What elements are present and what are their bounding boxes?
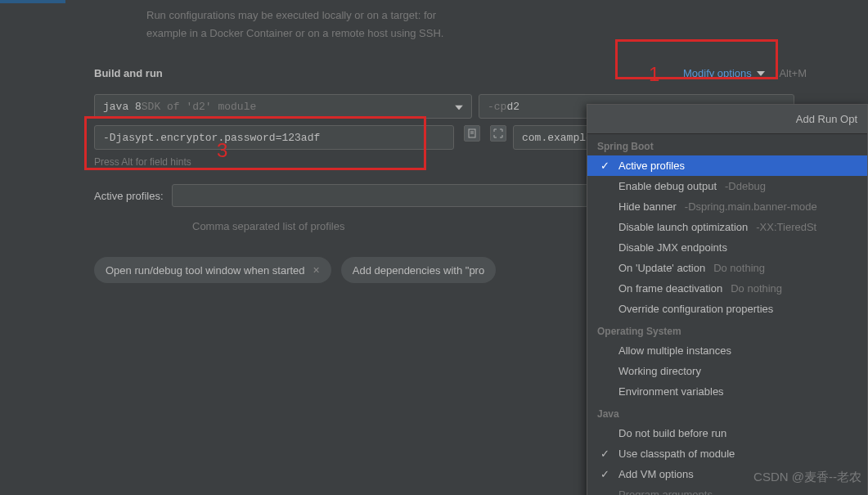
menu-item-suffix: Do nothing bbox=[713, 262, 765, 274]
menu-item[interactable]: Allow multiple instances bbox=[587, 340, 867, 361]
popup-group-title: Java bbox=[587, 402, 867, 423]
close-icon[interactable]: × bbox=[313, 263, 320, 277]
menu-item-label: On 'Update' action bbox=[618, 262, 705, 274]
menu-item-label: Working directory bbox=[618, 365, 701, 377]
cp-prefix: -cp bbox=[488, 101, 506, 113]
popup-body: Spring Boot✓Active profilesEnable debug … bbox=[587, 134, 867, 495]
menu-item[interactable]: On 'Update' actionDo nothing bbox=[587, 258, 867, 278]
menu-item[interactable]: Working directory bbox=[587, 361, 867, 381]
sdk-suffix: SDK of 'd2' module bbox=[142, 101, 256, 113]
modify-options-link[interactable]: Modify options bbox=[683, 67, 765, 79]
sdk-prefix: java 8 bbox=[103, 101, 142, 113]
main-class-value: com.example bbox=[522, 132, 592, 144]
modify-options-group: Modify options Alt+M bbox=[683, 67, 807, 79]
menu-item[interactable]: On frame deactivationDo nothing bbox=[587, 278, 867, 299]
menu-item[interactable]: Enable debug output-Ddebug bbox=[587, 176, 867, 196]
chip-label: Open run/debug tool window when started bbox=[106, 264, 305, 277]
menu-item[interactable]: Program arguments bbox=[587, 484, 867, 495]
sdk-select[interactable]: java 8 SDK of 'd2' module bbox=[94, 94, 472, 119]
chip-dependencies[interactable]: Add dependencies with "pro bbox=[341, 257, 496, 283]
modify-options-label: Modify options bbox=[683, 67, 752, 79]
menu-item[interactable]: Override configuration properties bbox=[587, 299, 867, 319]
menu-item-label: Add VM options bbox=[618, 468, 694, 480]
menu-item-suffix: -Dspring.main.banner-mode bbox=[685, 200, 817, 213]
menu-item-label: Hide banner bbox=[618, 200, 677, 213]
cp-name: d2 bbox=[506, 101, 519, 113]
menu-item-suffix: -XX:TieredSt bbox=[756, 221, 816, 233]
active-profiles-label: Active profiles: bbox=[94, 190, 164, 202]
menu-item-label: Use classpath of module bbox=[618, 448, 735, 460]
popup-group-title: Spring Boot bbox=[587, 134, 867, 155]
menu-item[interactable]: Hide banner-Dspring.main.banner-mode bbox=[587, 196, 867, 217]
chip-tool-window[interactable]: Open run/debug tool window when started … bbox=[94, 257, 331, 283]
menu-item[interactable]: Do not build before run bbox=[587, 423, 867, 443]
chip-label: Add dependencies with "pro bbox=[353, 264, 484, 277]
check-icon: ✓ bbox=[600, 448, 609, 460]
popup-group-title: Operating System bbox=[587, 319, 867, 340]
check-icon: ✓ bbox=[600, 468, 609, 480]
build-run-header: Build and run Modify options Alt+M bbox=[94, 67, 868, 79]
menu-item[interactable]: ✓Active profiles bbox=[587, 155, 867, 176]
vm-options-input[interactable]: -Djasypt.encryptor.password=123adf bbox=[94, 125, 454, 150]
modify-options-popup: Add Run Opt Spring Boot✓Active profilesE… bbox=[587, 104, 868, 495]
vm-options-value: -Djasypt.encryptor.password=123adf bbox=[103, 132, 320, 144]
menu-item[interactable]: Disable launch optimization-XX:TieredSt bbox=[587, 217, 867, 237]
menu-item-label: On frame deactivation bbox=[618, 282, 722, 295]
menu-item-label: Override configuration properties bbox=[618, 303, 773, 315]
document-icon bbox=[467, 128, 477, 138]
menu-item[interactable]: Disable JMX endpoints bbox=[587, 237, 867, 258]
expand-icon bbox=[493, 128, 503, 138]
menu-item[interactable]: ✓Use classpath of module bbox=[587, 443, 867, 464]
menu-item[interactable]: Environment variables bbox=[587, 381, 867, 402]
menu-item-label: Environment variables bbox=[618, 385, 724, 398]
chevron-down-icon bbox=[455, 101, 463, 113]
check-icon: ✓ bbox=[600, 160, 609, 172]
menu-item-label: Enable debug output bbox=[618, 180, 717, 192]
expand-button[interactable] bbox=[490, 125, 506, 142]
popup-title: Add Run Opt bbox=[587, 105, 867, 134]
section-title: Build and run bbox=[94, 67, 163, 79]
menu-item-label: Active profiles bbox=[618, 160, 685, 172]
desc-line: Run configurations may be executed local… bbox=[146, 7, 868, 25]
modify-shortcut: Alt+M bbox=[779, 67, 807, 79]
watermark: CSDN @麦香--老农 bbox=[753, 470, 861, 485]
menu-item-suffix: Do nothing bbox=[731, 282, 782, 295]
menu-item-label: Disable JMX endpoints bbox=[618, 241, 727, 254]
menu-item-label: Do not build before run bbox=[618, 427, 726, 439]
menu-item-label: Allow multiple instances bbox=[618, 344, 731, 357]
menu-item-label: Disable launch optimization bbox=[618, 221, 748, 233]
chevron-down-icon bbox=[757, 71, 765, 76]
desc-line: example in a Docker Container or on a re… bbox=[146, 25, 868, 43]
menu-item-suffix: -Ddebug bbox=[725, 180, 766, 192]
run-config-description: Run configurations may be executed local… bbox=[94, 3, 868, 67]
history-button[interactable] bbox=[464, 125, 480, 142]
menu-item-label: Program arguments bbox=[618, 488, 713, 495]
